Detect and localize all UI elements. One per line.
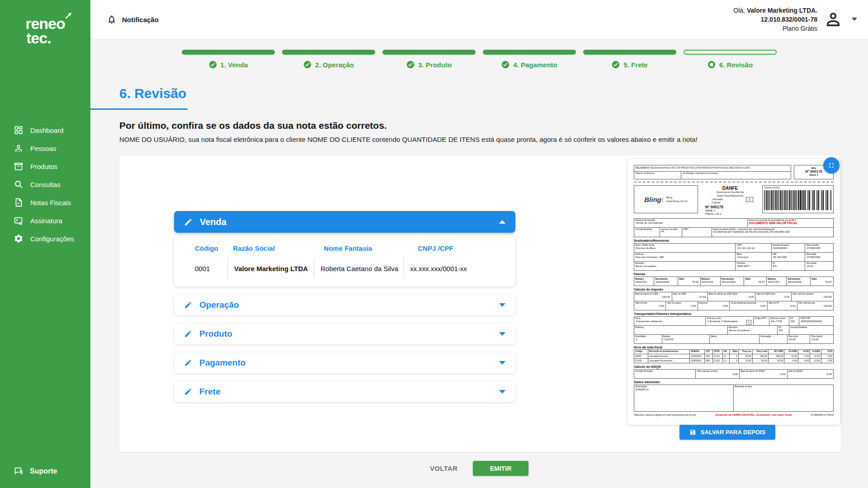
receipt-date-label: Data de recebimento bbox=[634, 172, 681, 179]
step-revisao[interactable]: 6. Revisão bbox=[684, 50, 777, 69]
sidebar-item-dashboard[interactable]: Dashboard bbox=[0, 121, 90, 139]
sidebar-item-label: Notas Fiscais bbox=[30, 199, 71, 206]
danfe-cell: UFRS bbox=[778, 326, 789, 334]
support-label: Suporte bbox=[30, 467, 57, 475]
danfe-cell: Número000175/3 bbox=[767, 277, 787, 286]
expand-caret-icon bbox=[499, 332, 505, 336]
sidebar-item-label: Consultas bbox=[30, 181, 61, 188]
sidebar-item-pessoas[interactable]: Pessoas bbox=[0, 139, 90, 157]
sidebar-item-suporte[interactable]: Suporte bbox=[14, 466, 57, 476]
accordion-header[interactable]: Frete bbox=[174, 381, 515, 402]
step-bar bbox=[684, 50, 777, 55]
sidebar-item-produtos[interactable]: Produtos bbox=[0, 157, 90, 175]
sidebar-nav: Dashboard Pessoas Produtos Consultas Not… bbox=[0, 121, 90, 248]
step-label: 5. Frete bbox=[623, 61, 647, 69]
col-razao-social: Razão Social bbox=[233, 244, 324, 252]
plan-label: Plano Grátis bbox=[733, 24, 817, 33]
danfe-cell: Endereço bbox=[634, 326, 728, 334]
danfe-item-cell: 12,00 bbox=[810, 354, 821, 358]
danfe-item-cell: 000 bbox=[705, 359, 713, 363]
danfe-cell: Inscrição Estadual bbox=[789, 326, 833, 334]
step-bar bbox=[282, 50, 375, 55]
receipt-sign-label: Identificação e assinatura do recebedor bbox=[681, 172, 791, 179]
danfe-cell: Outras despesas acessórias0,00 bbox=[730, 301, 768, 310]
danfe-cell: Frete por conta1-Emitente 2-Destinatário… bbox=[706, 317, 754, 325]
user-menu[interactable]: Olá, Valore Marketing LTDA. 12.010.832/0… bbox=[733, 6, 857, 33]
danfe-dashed-separator bbox=[634, 182, 834, 183]
step-venda[interactable]: 1. Venda bbox=[182, 50, 275, 69]
save-for-later-label: SALVAR PARA DEPOIS bbox=[701, 429, 765, 436]
box-icon bbox=[14, 161, 24, 171]
step-bar bbox=[382, 50, 476, 55]
step-frete[interactable]: 5. Frete bbox=[583, 50, 676, 69]
step-label: 1. Venda bbox=[221, 61, 248, 69]
emit-button[interactable]: EMITIR bbox=[473, 461, 528, 476]
edit-pencil-icon bbox=[184, 388, 192, 396]
accordion-header[interactable]: Produto bbox=[174, 324, 515, 344]
edit-pencil-icon bbox=[184, 330, 192, 338]
brand-line1: reneo bbox=[25, 16, 65, 31]
user-menu-caret-icon[interactable] bbox=[852, 18, 857, 21]
page-title: 6. Revisão bbox=[119, 86, 186, 101]
danfe-row-issqn: Inscrição MunicipalValor total dos servi… bbox=[634, 369, 834, 379]
accordion-venda-header[interactable]: Venda bbox=[174, 211, 515, 233]
danfe-item-cell: UN bbox=[723, 350, 730, 354]
danfe-row-transp1: NomeTransportes ValdemarFrete por conta1… bbox=[634, 316, 834, 326]
gear-icon bbox=[14, 234, 24, 244]
danfe-item-row: DH69Lâmpada dicróica100000001005.102Cx44… bbox=[634, 354, 834, 359]
danfe-section-title: Transportador/Volumes transportados bbox=[634, 312, 834, 315]
step-produto[interactable]: 3. Produto bbox=[382, 50, 476, 69]
back-button[interactable]: VOLTAR bbox=[430, 465, 458, 472]
sidebar-item-configuracoes[interactable]: Configurações bbox=[0, 230, 90, 248]
danfe-item-cell: 100 bbox=[705, 354, 713, 358]
step-operacao[interactable]: 2. Operação bbox=[282, 50, 375, 69]
save-for-later-button[interactable]: SALVAR PARA DEPOIS bbox=[679, 425, 775, 440]
bottom-actions: VOLTAR EMITIR bbox=[90, 461, 868, 476]
danfe-item-cell: % ICMS bbox=[810, 350, 821, 354]
logo-arrow-icon bbox=[65, 12, 72, 19]
danfe-cell: Data saída07/08/2009 bbox=[805, 253, 833, 261]
danfe-row-dest1: Nome / Razão SocialDionisio de BacoCNPJ1… bbox=[634, 243, 834, 253]
accordion-header[interactable]: Pagamento bbox=[174, 352, 515, 373]
accordion-label: Produto bbox=[199, 329, 232, 339]
danfe-cell: Valor do ICMS Subst.0,00 bbox=[755, 292, 791, 301]
danfe-cell: Peso líquido19,00 bbox=[810, 335, 833, 343]
review-subtext: NOME DO USUÁRIO, sua nota fiscal eletrôn… bbox=[119, 136, 698, 143]
sidebar-item-assinatura[interactable]: Assinatura bbox=[0, 211, 90, 230]
collapsed-accordions: Operação Produto Pagamento Frete bbox=[174, 295, 515, 402]
person-icon bbox=[14, 143, 24, 153]
danfe-item-cell: BC ICMS bbox=[769, 350, 784, 354]
expand-caret-icon bbox=[499, 361, 505, 365]
danfe-cell: Base de cálculo do ICMS Subst.0,00 bbox=[708, 292, 756, 301]
sidebar-item-label: Dashboard bbox=[30, 127, 63, 134]
barcode-box: Controle do Fisco bbox=[762, 185, 834, 213]
danfe-item-cell: Qtde bbox=[730, 350, 739, 354]
brand-logo: reneo tec. bbox=[0, 16, 90, 46]
danfe-item-cell: 0,00 bbox=[821, 354, 833, 358]
danfe-cell: Valor do ICMS27,60 bbox=[672, 292, 708, 301]
danfe-cell: Valor do IPI0,00 bbox=[768, 301, 797, 310]
danfe-item-cell: 10000000 bbox=[690, 354, 705, 358]
danfe-title-block: DANFE Documento Auxiliar da Nota Fiscal … bbox=[701, 185, 760, 216]
step-bar bbox=[583, 50, 676, 55]
sidebar-item-notas-fiscais[interactable]: Notas Fiscais bbox=[0, 193, 90, 211]
danfe-section-title: Itens da nota fiscal bbox=[634, 346, 834, 349]
sidebar-item-consultas[interactable]: Consultas bbox=[0, 175, 90, 193]
notification-label: Notificação bbox=[122, 16, 159, 23]
danfe-cell: Código ANTT bbox=[754, 317, 769, 325]
danfe-cell: Inscrição Estadual010/000000 bbox=[772, 244, 806, 252]
danfe-cell: Desconto0,00 bbox=[698, 301, 730, 310]
accordion-header[interactable]: Operação bbox=[174, 295, 515, 315]
danfe-item-cell: 180,00 bbox=[769, 354, 784, 358]
expand-preview-button[interactable] bbox=[823, 157, 840, 174]
danfe-row-natureza: Natureza da operaçãoVenda de mercadorias… bbox=[634, 218, 834, 228]
step-pagamento[interactable]: 4. Pagamento bbox=[483, 50, 576, 69]
check-circle-icon bbox=[612, 61, 620, 69]
bell-icon bbox=[107, 14, 117, 24]
danfe-cell: Hora saída16:01 bbox=[805, 262, 833, 270]
greeting: Olá, bbox=[733, 7, 747, 14]
danfe-cell: Valor do seguro0,00 bbox=[666, 301, 698, 310]
danfe-cell: Valor76,67 bbox=[744, 277, 767, 286]
notification-button[interactable]: Notificação bbox=[107, 14, 159, 24]
col-cnpj-cpf: CNPJ /CPF bbox=[418, 244, 515, 252]
